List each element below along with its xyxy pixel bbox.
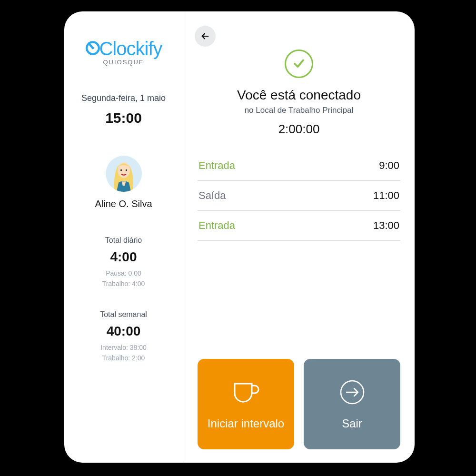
- brand-name: Clockify: [99, 38, 162, 60]
- brand-subtitle: QUIOSQUE: [85, 59, 162, 66]
- weekly-total-block: Total semanal 40:00 Intervalo: 38:00 Tra…: [100, 310, 147, 362]
- current-date: Segunda-feira, 1 maio: [81, 93, 166, 103]
- svg-point-4: [125, 169, 127, 171]
- exit-button[interactable]: Sair: [304, 359, 400, 449]
- current-time: 15:00: [105, 110, 142, 126]
- avatar-illustration-icon: [108, 156, 139, 192]
- weekly-work: Trabalho: 2:00: [100, 354, 147, 362]
- log-row: Saída 11:00: [198, 181, 400, 211]
- weekly-total-label: Total semanal: [100, 310, 147, 319]
- user-name: Aline O. Silva: [95, 198, 152, 209]
- clock-logo-icon: [85, 40, 101, 56]
- log-label: Entrada: [198, 159, 235, 172]
- weekly-break: Intervalo: 38:00: [100, 344, 147, 351]
- log-time: 13:00: [373, 219, 399, 232]
- log-time: 11:00: [373, 189, 399, 202]
- time-log: Entrada 9:00 Saída 11:00 Entrada 13:00: [198, 151, 400, 241]
- svg-point-1: [92, 47, 94, 49]
- daily-total-value: 4:00: [102, 249, 145, 265]
- daily-total-label: Total diário: [102, 236, 145, 245]
- status-check-icon: [285, 50, 313, 78]
- log-row: Entrada 9:00: [198, 151, 400, 181]
- status-elapsed: 2:00:00: [198, 122, 400, 137]
- kiosk-device-frame: Clockify QUIOSQUE Segunda-feira, 1 maio …: [64, 11, 415, 463]
- sidebar: Clockify QUIOSQUE Segunda-feira, 1 maio …: [64, 11, 183, 463]
- start-break-label: Iniciar intervalo: [208, 417, 284, 430]
- log-label: Saída: [198, 189, 226, 202]
- action-buttons: Iniciar intervalo Sair: [198, 359, 400, 449]
- log-time: 9:00: [379, 159, 399, 172]
- start-break-button[interactable]: Iniciar intervalo: [198, 359, 294, 449]
- status-title: Você está conectado: [198, 88, 400, 103]
- back-button[interactable]: [195, 26, 216, 47]
- status-subtitle: no Local de Trabalho Principal: [198, 106, 400, 115]
- log-row: Entrada 13:00: [198, 211, 400, 241]
- main-panel: Você está conectado no Local de Trabalho…: [183, 11, 415, 463]
- daily-work: Trabalho: 4:00: [102, 280, 145, 288]
- log-label: Entrada: [198, 219, 235, 232]
- coffee-cup-icon: [231, 378, 261, 407]
- daily-break: Pausa: 0:00: [102, 269, 145, 277]
- daily-total-block: Total diário 4:00 Pausa: 0:00 Trabalho: …: [102, 236, 145, 288]
- svg-point-3: [120, 169, 121, 171]
- brand: Clockify QUIOSQUE: [85, 38, 162, 66]
- status-area: Você está conectado no Local de Trabalho…: [198, 50, 400, 137]
- arrow-left-icon: [200, 31, 210, 41]
- exit-label: Sair: [342, 417, 362, 430]
- exit-arrow-icon: [338, 378, 367, 407]
- weekly-total-value: 40:00: [100, 324, 147, 339]
- avatar: [106, 156, 142, 192]
